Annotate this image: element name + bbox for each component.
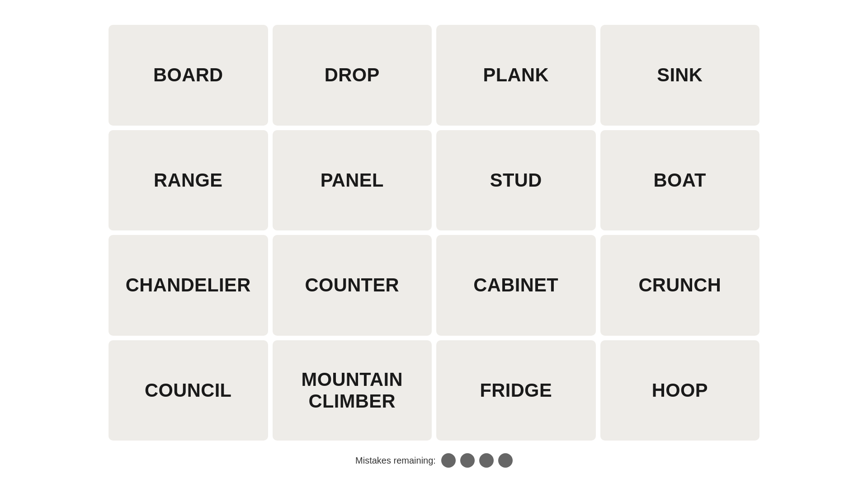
word-label-hoop: HOOP	[652, 380, 708, 401]
word-card-plank[interactable]: PLANK	[436, 25, 596, 126]
word-card-drop[interactable]: DROP	[273, 25, 432, 126]
word-label-sink: SINK	[657, 64, 703, 86]
mistake-dot-4	[498, 453, 513, 468]
word-card-chandelier[interactable]: CHANDELIER	[108, 235, 268, 336]
word-card-board[interactable]: BOARD	[108, 25, 268, 126]
word-label-cabinet: CABINET	[473, 274, 558, 296]
word-label-boat: BOAT	[654, 169, 706, 191]
word-grid: BOARDDROPPLANKSINKRANGEPANELSTUDBOATCHAN…	[104, 20, 764, 445]
word-card-sink[interactable]: SINK	[600, 25, 760, 126]
word-card-stud[interactable]: STUD	[436, 130, 596, 231]
word-label-fridge: FRIDGE	[480, 380, 552, 401]
word-card-cabinet[interactable]: CABINET	[436, 235, 596, 336]
word-card-hoop[interactable]: HOOP	[600, 340, 760, 441]
word-label-council: COUNCIL	[145, 380, 231, 401]
word-card-fridge[interactable]: FRIDGE	[436, 340, 596, 441]
word-card-range[interactable]: RANGE	[108, 130, 268, 231]
word-card-mountain-climber[interactable]: MOUNTAIN CLIMBER	[273, 340, 432, 441]
word-label-drop: DROP	[325, 64, 380, 86]
mistake-dot-2	[460, 453, 475, 468]
word-label-crunch: CRUNCH	[638, 274, 721, 296]
word-label-counter: COUNTER	[305, 274, 399, 296]
mistakes-label: Mistakes remaining:	[355, 455, 436, 466]
word-card-counter[interactable]: COUNTER	[273, 235, 432, 336]
word-label-mountain-climber: MOUNTAIN CLIMBER	[302, 369, 403, 412]
word-card-crunch[interactable]: CRUNCH	[600, 235, 760, 336]
mistake-dot-3	[479, 453, 494, 468]
word-label-panel: PANEL	[321, 169, 384, 191]
word-label-board: BOARD	[153, 64, 223, 86]
word-label-plank: PLANK	[483, 64, 549, 86]
word-label-chandelier: CHANDELIER	[126, 274, 251, 296]
word-label-range: RANGE	[154, 169, 222, 191]
word-card-council[interactable]: COUNCIL	[108, 340, 268, 441]
mistakes-row: Mistakes remaining:	[355, 453, 513, 468]
word-card-boat[interactable]: BOAT	[600, 130, 760, 231]
word-card-panel[interactable]: PANEL	[273, 130, 432, 231]
word-label-stud: STUD	[490, 169, 542, 191]
mistake-dot-1	[441, 453, 456, 468]
mistakes-dots	[441, 453, 513, 468]
